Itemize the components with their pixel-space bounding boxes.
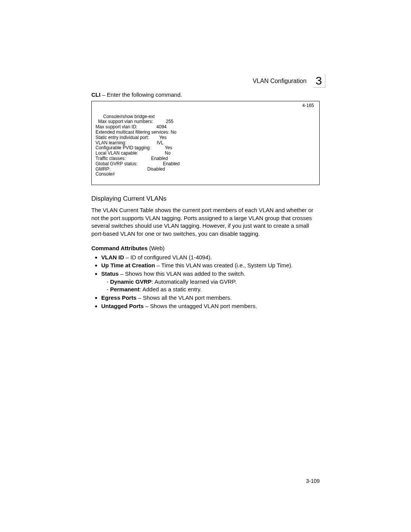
page-header: VLAN Configuration 3 [253, 74, 325, 88]
sub-bold: Dynamic GVRP [110, 278, 151, 285]
item-rest: – Shows the untagged VLAN port members. [144, 303, 257, 309]
chapter-number: 3 [315, 74, 322, 87]
content-area: CLI – Enter the following command. 4-165… [91, 91, 320, 310]
list-item: Egress Ports – Shows all the VLAN port m… [101, 294, 320, 302]
sub-rest: : Automatically learned via GVRP. [151, 278, 236, 285]
sub-bold: Permanent [110, 286, 140, 292]
item-rest: – Time this VLAN was created (i.e., Syst… [155, 262, 293, 268]
sub-item: - Permanent: Added as a static entry. [101, 286, 320, 294]
list-item: Untagged Ports – Shows the untagged VLAN… [101, 302, 320, 310]
sub-item: - Dynamic GVRP: Automatically learned vi… [101, 278, 320, 286]
list-item: Status – Shows how this VLAN was added t… [101, 270, 320, 294]
item-rest: – ID of configured VLAN (1-4094). [124, 254, 212, 260]
attributes-list: VLAN ID – ID of configured VLAN (1-4094)… [91, 254, 320, 310]
item-rest: – Shows all the VLAN port members. [137, 294, 232, 301]
item-bold: Egress Ports [101, 294, 137, 301]
section-body: The VLAN Current Table shows the current… [91, 206, 320, 238]
item-bold: VLAN ID [101, 254, 124, 260]
page: VLAN Configuration 3 CLI – Enter the fol… [0, 0, 411, 532]
list-item: VLAN ID – ID of configured VLAN (1-4094)… [101, 254, 320, 262]
section-heading: Displaying Current VLANs [91, 195, 320, 203]
list-item: Up Time at Creation – Time this VLAN was… [101, 262, 320, 270]
attributes-heading: Command Attributes (Web) [91, 245, 320, 251]
cli-output-text: Console#show bridge-ext Max support vlan… [96, 114, 180, 177]
item-bold: Status [101, 270, 119, 277]
item-bold: Up Time at Creation [101, 262, 155, 268]
cli-reference: 4-165 [302, 103, 314, 109]
item-bold: Untagged Ports [101, 303, 144, 309]
item-rest: – Shows how this VLAN was added to the s… [119, 270, 245, 277]
cli-intro-rest: – Enter the following command. [100, 91, 182, 98]
header-title: VLAN Configuration [253, 78, 306, 85]
chapter-number-box: 3 [313, 74, 325, 88]
cli-intro: CLI – Enter the following command. [91, 91, 320, 98]
page-number: 3-109 [306, 478, 320, 484]
attributes-heading-rest: (Web) [148, 245, 165, 251]
attributes-heading-bold: Command Attributes [91, 245, 148, 251]
cli-output-box: 4-165 Console#show bridge-ext Max suppor… [91, 101, 320, 185]
cli-intro-bold: CLI [91, 91, 100, 98]
sub-rest: : Added as a static entry. [140, 286, 202, 292]
